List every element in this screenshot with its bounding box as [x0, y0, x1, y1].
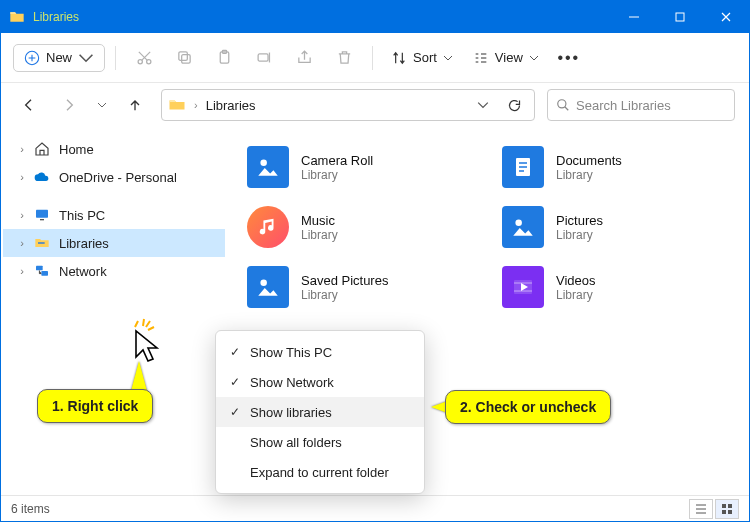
cursor-annotation [126, 317, 166, 365]
address-bar[interactable]: › Libraries [161, 89, 535, 121]
ctx-label: Show This PC [250, 345, 332, 360]
library-item[interactable]: Camera RollLibrary [243, 139, 478, 195]
forward-button [55, 91, 83, 119]
sort-button[interactable]: Sort [383, 46, 461, 70]
new-button[interactable]: New [13, 44, 105, 72]
paste-button [206, 42, 242, 74]
video-icon [502, 266, 544, 308]
rename-button [246, 42, 282, 74]
check-icon: ✓ [226, 405, 244, 419]
svg-rect-11 [40, 219, 44, 220]
sidebar-item-libraries[interactable]: › Libraries [3, 229, 225, 257]
item-sub: Library [556, 288, 596, 302]
picture-icon [247, 266, 289, 308]
chevron-down-icon [529, 53, 539, 63]
svg-rect-0 [676, 13, 684, 21]
cloud-icon [33, 168, 51, 186]
libraries-icon [33, 234, 51, 252]
chevron-down-icon [78, 50, 94, 66]
annotation-step1: 1. Right click [37, 389, 153, 423]
command-bar: New Sort View ••• [1, 33, 749, 83]
svg-rect-8 [258, 54, 268, 61]
sort-label: Sort [413, 50, 437, 65]
svg-rect-5 [178, 52, 187, 61]
picture-icon [502, 206, 544, 248]
item-sub: Library [556, 228, 603, 242]
view-icon [473, 50, 489, 66]
svg-rect-14 [41, 271, 48, 276]
context-menu: ✓Show This PC ✓Show Network ✓Show librar… [215, 330, 425, 494]
pc-icon [33, 206, 51, 224]
item-name: Pictures [556, 213, 603, 228]
item-sub: Library [301, 228, 338, 242]
title-bar: Libraries [1, 1, 749, 33]
large-icons-view-button[interactable] [715, 499, 739, 519]
ctx-show-all-folders[interactable]: Show all folders [216, 427, 424, 457]
sidebar-item-label: Libraries [59, 236, 109, 251]
ctx-show-libraries[interactable]: ✓Show libraries [216, 397, 424, 427]
cut-button [126, 42, 162, 74]
ctx-label: Show all folders [250, 435, 342, 450]
ctx-expand-to-current[interactable]: Expand to current folder [216, 457, 424, 487]
library-item[interactable]: DocumentsLibrary [498, 139, 733, 195]
svg-rect-4 [181, 55, 190, 64]
close-button[interactable] [703, 1, 749, 33]
view-label: View [495, 50, 523, 65]
callout-tail [131, 361, 147, 391]
address-text: Libraries [206, 98, 256, 113]
sidebar-item-home[interactable]: › Home [3, 135, 225, 163]
folder-icon [168, 96, 186, 114]
sidebar-item-onedrive[interactable]: › OneDrive - Personal [3, 163, 225, 191]
library-item[interactable]: VideosLibrary [498, 259, 733, 315]
copy-button [166, 42, 202, 74]
library-item[interactable]: PicturesLibrary [498, 199, 733, 255]
item-name: Music [301, 213, 338, 228]
svg-rect-13 [36, 266, 43, 271]
svg-rect-21 [728, 504, 732, 508]
navigation-pane[interactable]: › Home › OneDrive - Personal › This PC ›… [1, 127, 227, 495]
sidebar-item-network[interactable]: › Network [3, 257, 225, 285]
status-bar: 6 items [1, 495, 749, 521]
sidebar-item-label: This PC [59, 208, 105, 223]
home-icon [33, 140, 51, 158]
details-view-button[interactable] [689, 499, 713, 519]
folder-icon [9, 9, 25, 25]
document-icon [502, 146, 544, 188]
new-label: New [46, 50, 72, 65]
item-name: Camera Roll [301, 153, 373, 168]
svg-rect-23 [728, 510, 732, 514]
search-box[interactable]: Search Libraries [547, 89, 735, 121]
expand-icon[interactable]: › [15, 265, 29, 277]
chevron-right-icon: › [194, 99, 198, 111]
check-icon: ✓ [226, 345, 244, 359]
svg-rect-12 [38, 242, 45, 243]
refresh-button[interactable] [501, 98, 528, 113]
network-icon [33, 262, 51, 280]
expand-icon[interactable]: › [15, 143, 29, 155]
search-icon [556, 98, 570, 112]
minimize-button[interactable] [611, 1, 657, 33]
search-placeholder: Search Libraries [576, 98, 671, 113]
ctx-show-network[interactable]: ✓Show Network [216, 367, 424, 397]
ctx-show-this-pc[interactable]: ✓Show This PC [216, 337, 424, 367]
annotation-step2: 2. Check or uncheck [445, 390, 611, 424]
library-item[interactable]: Saved PicturesLibrary [243, 259, 478, 315]
view-button[interactable]: View [465, 46, 547, 70]
item-count: 6 items [11, 502, 50, 516]
expand-icon[interactable]: › [15, 209, 29, 221]
svg-rect-10 [36, 210, 48, 218]
item-sub: Library [556, 168, 622, 182]
share-button [286, 42, 322, 74]
up-button[interactable] [121, 91, 149, 119]
back-button[interactable] [15, 91, 43, 119]
address-chevron[interactable] [473, 99, 493, 111]
recent-chevron[interactable] [95, 91, 109, 119]
library-item[interactable]: MusicLibrary [243, 199, 478, 255]
expand-icon[interactable]: › [15, 171, 29, 183]
maximize-button[interactable] [657, 1, 703, 33]
more-button[interactable]: ••• [551, 42, 587, 74]
expand-icon[interactable]: › [15, 237, 29, 249]
svg-point-17 [515, 219, 522, 226]
sidebar-item-thispc[interactable]: › This PC [3, 201, 225, 229]
item-name: Videos [556, 273, 596, 288]
